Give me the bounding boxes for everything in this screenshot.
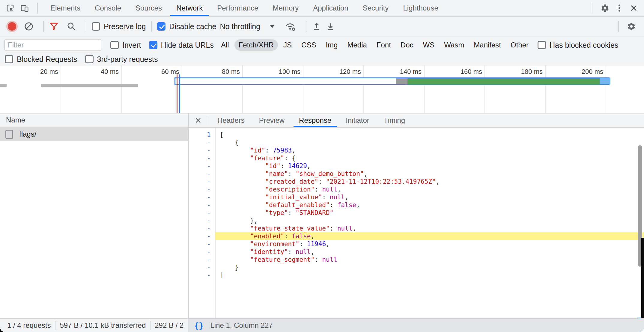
type-filter-css[interactable]: CSS	[297, 39, 320, 51]
type-filter-doc[interactable]: Doc	[396, 39, 418, 51]
screen: ElementsConsoleSourcesNetworkPerformance…	[0, 0, 644, 332]
type-filter-js[interactable]: JS	[279, 39, 296, 51]
network-main-area: Name flags/ HeadersPreviewResponseInitia…	[0, 113, 644, 318]
pretty-print-icon[interactable]: {}	[194, 321, 204, 330]
token: 14629	[288, 162, 307, 170]
code-line: - "default_enabled": false,	[189, 201, 644, 209]
export-har-icon[interactable]	[326, 22, 335, 31]
disable-cache-label[interactable]: Disable cache	[169, 22, 216, 31]
token: "identity"	[250, 248, 288, 255]
token: "id"	[250, 147, 265, 154]
main-tab-label: Sources	[136, 4, 162, 12]
request-row[interactable]: flags/	[0, 127, 188, 141]
detail-tab-bar: HeadersPreviewResponseInitiatorTiming	[189, 113, 644, 128]
requests-table: Name flags/	[0, 113, 188, 318]
network-conditions-icon[interactable]	[285, 21, 296, 32]
type-filter-img[interactable]: Img	[321, 39, 342, 51]
invert-label[interactable]: Invert	[122, 41, 141, 50]
line-number: -	[189, 240, 215, 248]
main-tab-memory[interactable]: Memory	[266, 0, 306, 16]
filter-funnel-icon[interactable]	[49, 22, 59, 31]
token	[220, 209, 265, 216]
divider	[618, 21, 619, 32]
network-toolbar: Preserve log Disable cache No throttling	[0, 17, 644, 37]
token: "feature_state_value"	[250, 225, 330, 232]
detail-tab-timing[interactable]: Timing	[377, 113, 412, 127]
inspect-element-icon[interactable]	[3, 0, 17, 16]
third-party-label[interactable]: 3rd-party requests	[97, 55, 158, 64]
main-tab-lighthouse[interactable]: Lighthouse	[396, 0, 445, 16]
device-toolbar-icon[interactable]	[17, 0, 32, 16]
detail-tab-initiator[interactable]: Initiator	[338, 113, 377, 127]
type-filter-manifest[interactable]: Manifest	[470, 39, 505, 51]
hide-data-urls-label[interactable]: Hide data URLs	[161, 41, 214, 50]
close-devtools-icon[interactable]	[627, 0, 641, 16]
main-tab-application[interactable]: Application	[306, 0, 355, 16]
line-number: -	[189, 162, 215, 170]
preserve-log-checkbox[interactable]	[92, 22, 100, 31]
type-filter-fetch-xhr[interactable]: Fetch/XHR	[234, 39, 278, 51]
code-text: "id": 14629,	[215, 162, 644, 170]
network-overview-timeline[interactable]: 20 ms40 ms60 ms80 ms100 ms120 ms140 ms16…	[0, 65, 644, 113]
type-filter-font[interactable]: Font	[372, 39, 395, 51]
token: :	[330, 225, 337, 232]
main-tab-security[interactable]: Security	[356, 0, 396, 16]
code-text: "feature_segment": null	[215, 256, 644, 264]
invert-checkbox[interactable]	[110, 41, 119, 49]
type-filter-all[interactable]: All	[217, 39, 233, 51]
main-tab-elements[interactable]: Elements	[43, 0, 88, 16]
throttling-dropdown[interactable]: No throttling	[220, 22, 275, 31]
token: ]	[220, 272, 224, 279]
has-blocked-cookies-label[interactable]: Has blocked cookies	[550, 41, 618, 50]
type-filter-other[interactable]: Other	[506, 39, 533, 51]
token: "feature"	[250, 155, 284, 162]
token: ,	[311, 233, 315, 240]
token: :	[265, 147, 273, 154]
timeline-tick-label: 120 ms	[301, 68, 361, 76]
waterfall-segment	[600, 78, 610, 84]
clear-network-log-icon[interactable]	[24, 22, 34, 31]
status-bar: 1 / 4 requests597 B / 10.1 kB transferre…	[0, 318, 644, 332]
search-icon[interactable]	[67, 22, 76, 31]
token: "environment"	[250, 240, 299, 248]
code-text: "identity": null,	[215, 248, 644, 256]
settings-gear-icon[interactable]	[598, 0, 612, 16]
main-tab-sources[interactable]: Sources	[128, 0, 169, 16]
token: "2021-11-12T10:22:53.419765Z"	[326, 178, 436, 185]
code-line: - "id": 14629,	[189, 162, 644, 170]
type-filter-media[interactable]: Media	[343, 39, 371, 51]
main-tab-performance[interactable]: Performance	[210, 0, 265, 16]
line-number: -	[189, 248, 215, 256]
name-column-header[interactable]: Name	[0, 113, 188, 127]
response-code[interactable]: 1[- {- "id": 75983,- "feature": {- "id":…	[189, 128, 644, 318]
timeline-tick-label: 80 ms	[180, 68, 240, 76]
more-options-icon[interactable]	[612, 0, 627, 16]
hide-data-urls-checkbox[interactable]	[149, 41, 157, 49]
token: "feature_segment"	[250, 256, 315, 263]
import-har-icon[interactable]	[312, 22, 321, 31]
preserve-log-label[interactable]: Preserve log	[104, 22, 146, 31]
editor-status-bar: {} Line 1, Column 227	[188, 318, 644, 332]
main-tab-console[interactable]: Console	[88, 0, 128, 16]
record-network-log-button[interactable]	[8, 22, 16, 31]
network-settings-gear-icon[interactable]	[624, 19, 639, 34]
has-blocked-cookies-checkbox[interactable]	[538, 41, 546, 49]
main-tab-network[interactable]: Network	[169, 0, 210, 16]
type-filter-ws[interactable]: WS	[419, 39, 439, 51]
disable-cache-checkbox[interactable]	[157, 22, 165, 31]
third-party-checkbox[interactable]	[85, 55, 94, 63]
filter-input[interactable]	[4, 39, 101, 51]
detail-tab-preview[interactable]: Preview	[252, 113, 292, 127]
detail-tab-headers[interactable]: Headers	[210, 113, 252, 127]
token: null	[330, 194, 345, 201]
type-filter-wasm[interactable]: Wasm	[440, 39, 468, 51]
blocked-requests-checkbox[interactable]	[5, 55, 13, 63]
timeline-tick-label: 20 ms	[0, 68, 58, 76]
detail-tab-response[interactable]: Response	[292, 113, 338, 127]
close-detail-icon[interactable]	[190, 113, 206, 127]
line-number: -	[189, 178, 215, 186]
detail-tabs: HeadersPreviewResponseInitiatorTiming	[210, 113, 412, 127]
blocked-requests-label[interactable]: Blocked Requests	[17, 55, 77, 64]
line-number: -	[189, 217, 215, 225]
main-tab-label: Elements	[50, 4, 80, 12]
